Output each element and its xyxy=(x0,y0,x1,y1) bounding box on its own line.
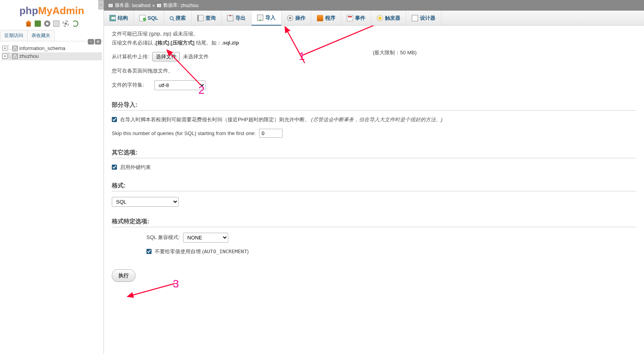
tab-label: 导出 xyxy=(235,15,246,22)
allow-interrupt-label[interactable]: 在导入时脚本若检测到可能需要花费很长时间（接近PHP超时的限定）则允许中断。 (… xyxy=(120,116,442,123)
logo-text: php xyxy=(19,5,38,17)
skip-queries-input[interactable] xyxy=(259,129,283,138)
server-icon xyxy=(108,3,113,8)
max-limit-text: (最大限制：50 MB) xyxy=(373,49,416,56)
execute-button[interactable]: 执行 xyxy=(112,269,135,282)
tab-export[interactable]: 导出 xyxy=(222,11,252,25)
compress-note: 文件可能已压缩 (gzip, zip) 或未压缩。 xyxy=(112,30,636,38)
top-tabs: 结构SQL搜索查询导出导入操作程序事件触发器设计器 xyxy=(104,11,644,26)
operations-icon xyxy=(287,15,293,21)
annotation-3: 3 xyxy=(173,278,179,290)
other-options-heading: 其它选项: xyxy=(112,149,636,158)
import-form: 文件可能已压缩 (gzip, zip) 或未压缩。 压缩文件名必须以 .[格式]… xyxy=(104,26,644,354)
main-panel: ← 服务器: localhost » 数据库: zhuzhou 结构SQL搜索查… xyxy=(104,0,644,354)
tab-structure[interactable]: 结构 xyxy=(104,11,134,25)
breadcrumb: 服务器: localhost » 数据库: zhuzhou xyxy=(104,0,644,11)
breadcrumb-server-label: 服务器: xyxy=(115,2,130,9)
tab-label: 查询 xyxy=(205,15,216,22)
breadcrumb-server-link[interactable]: localhost xyxy=(132,3,150,8)
format-heading: 格式: xyxy=(112,182,636,191)
panel-collapse-handle[interactable]: ← xyxy=(98,0,104,9)
tree-expand-icon[interactable]: + xyxy=(2,54,7,59)
tab-label: 触发器 xyxy=(385,15,400,22)
unlink-icon[interactable]: ⊘ xyxy=(95,39,101,44)
tab-events[interactable]: 事件 xyxy=(341,11,371,25)
query-icon xyxy=(197,15,204,21)
tab-label: 结构 xyxy=(118,15,128,22)
tab-recent[interactable]: 近期访问 xyxy=(0,30,28,41)
breadcrumb-db-link[interactable]: zhuzhou xyxy=(181,3,198,8)
upload-label: 从计算机中上传: xyxy=(112,53,149,60)
no-file-text: 未选择文件 xyxy=(183,53,209,60)
settings-icon[interactable] xyxy=(63,20,69,27)
tab-search[interactable]: 搜索 xyxy=(164,11,192,25)
tab-label: 导入 xyxy=(265,14,276,21)
collapse-all-icon[interactable]: − xyxy=(88,39,94,44)
reload-icon[interactable] xyxy=(72,20,78,27)
tab-label: 设计器 xyxy=(420,15,435,22)
home-icon[interactable] xyxy=(25,20,31,27)
search-icon xyxy=(170,16,174,20)
tab-favorites[interactable]: 表收藏夹 xyxy=(27,30,55,41)
svg-line-2 xyxy=(128,284,175,297)
tab-import[interactable]: 导入 xyxy=(252,11,281,26)
foreign-key-checkbox[interactable] xyxy=(112,165,117,170)
logo-text: MyAdmin xyxy=(38,5,84,17)
tree-db-label: zhuzhou xyxy=(19,53,39,59)
logo[interactable]: phpMyAdmin xyxy=(0,0,104,19)
charset-select[interactable]: utf-8 xyxy=(154,80,205,90)
tab-triggers[interactable]: 触发器 xyxy=(371,11,406,25)
skip-queries-label: Skip this number of queries (for SQL) st… xyxy=(112,130,256,136)
tree-db-information_schema[interactable]: +information_schema xyxy=(2,44,102,52)
database-icon xyxy=(12,54,18,59)
auto-increment-label[interactable]: 不要给零值使用自增 (AUTO_INCREMENT) xyxy=(155,248,249,255)
import-icon xyxy=(257,15,263,21)
database-icon xyxy=(156,3,162,8)
tab-label: 事件 xyxy=(355,15,365,22)
tab-sql[interactable]: SQL xyxy=(134,11,164,25)
auto-increment-checkbox[interactable] xyxy=(146,249,152,254)
charset-label: 文件的字符集: xyxy=(112,82,151,89)
nav-toolbar xyxy=(0,19,104,30)
format-options-heading: 格式特定选项: xyxy=(112,218,636,227)
structure-icon xyxy=(109,15,116,21)
triggers-icon xyxy=(377,15,383,21)
breadcrumb-db-label: 数据库: xyxy=(163,2,179,9)
compat-mode-select[interactable]: NONE xyxy=(183,233,228,243)
tab-label: 搜索 xyxy=(176,15,186,22)
tab-operations[interactable]: 操作 xyxy=(281,11,311,25)
navigation-panel: phpMyAdmin 近期访问 表收藏夹 − ⊘ +information_sc… xyxy=(0,0,104,354)
filename-note: 压缩文件名必须以 .[格式].[压缩方式] 结尾。如：.sql.zip xyxy=(112,39,636,47)
designer-icon xyxy=(412,15,418,21)
tab-label: 程序 xyxy=(325,15,335,22)
procedures-icon xyxy=(317,15,323,21)
tab-label: 操作 xyxy=(295,15,305,22)
tab-label: SQL xyxy=(148,15,158,21)
tab-procedures[interactable]: 程序 xyxy=(311,11,341,25)
allow-interrupt-checkbox[interactable] xyxy=(112,117,117,122)
events-icon xyxy=(347,15,353,21)
foreign-key-label[interactable]: 启用外键约束 xyxy=(120,164,151,171)
tree-db-zhuzhou[interactable]: +zhuzhou xyxy=(2,52,102,60)
theme-icon[interactable] xyxy=(44,20,50,27)
breadcrumb-sep: » xyxy=(152,3,155,8)
sql-icon xyxy=(139,15,146,21)
tab-designer[interactable]: 设计器 xyxy=(406,11,441,25)
database-icon xyxy=(12,46,18,51)
tree-expand-icon[interactable]: + xyxy=(2,46,7,51)
docs-icon[interactable] xyxy=(53,20,59,27)
tree-db-label: information_schema xyxy=(19,45,65,51)
choose-file-button[interactable]: 选择文件 xyxy=(152,52,180,61)
drag-drop-note: 您可在各页面间拖放文件。 xyxy=(112,67,636,75)
format-select[interactable]: SQL xyxy=(112,197,179,207)
logout-icon[interactable] xyxy=(35,20,41,27)
export-icon xyxy=(227,15,233,21)
compat-mode-label: SQL 兼容模式: xyxy=(146,234,180,241)
tab-query[interactable]: 查询 xyxy=(192,11,222,25)
partial-import-heading: 部分导入: xyxy=(112,101,636,111)
